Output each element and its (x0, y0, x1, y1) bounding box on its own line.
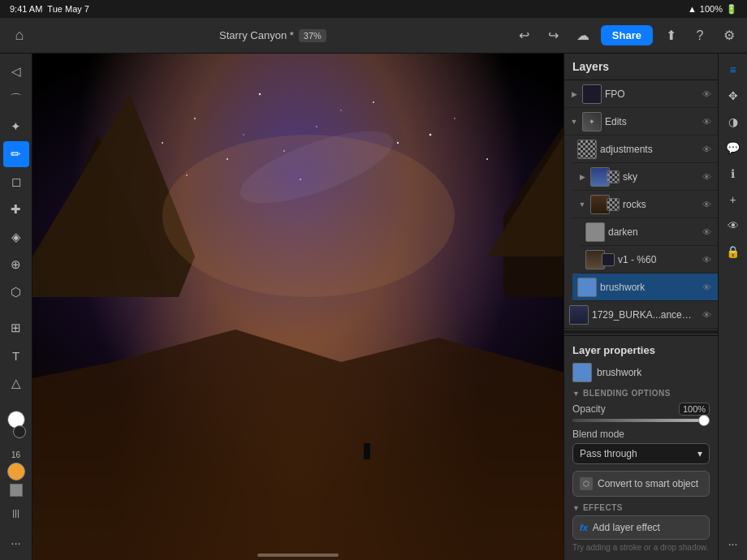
info-icon-button[interactable]: ℹ (722, 162, 745, 185)
visibility-icon[interactable]: 👁 (700, 198, 713, 211)
layers-panel: Layers ▶ FPO 👁 ▼ ✦ Edits 👁 (564, 54, 718, 335)
more-tools-button[interactable]: ··· (3, 529, 29, 555)
effects-hint-text: Try adding a stroke or a drop shadow. (572, 543, 710, 552)
opacity-slider-thumb[interactable] (698, 415, 710, 426)
layer-name: sky (623, 171, 697, 183)
layer-name: rocks (623, 199, 697, 210)
layer-thumb (577, 278, 597, 297)
blend-chevron-icon: ▼ (572, 390, 580, 398)
transform-tool[interactable]: ⊞ (3, 315, 29, 341)
main-area: ◁ ⌒ ✦ ✏ ◻ ✚ ◈ ⊕ ⬡ ⊞ T △ 16 ||| ··· (0, 54, 747, 560)
layer-mask-thumb (602, 253, 615, 266)
type-tool[interactable]: T (3, 342, 29, 368)
right-side: Layers ▶ FPO 👁 ▼ ✦ Edits 👁 (563, 54, 747, 560)
visibility-icon[interactable]: 👁 (700, 281, 713, 294)
blend-mode-select[interactable]: Pass through ▾ (572, 443, 710, 464)
lock-icon-button[interactable]: 🔒 (722, 240, 745, 263)
shape-tool[interactable]: △ (3, 370, 29, 396)
visibility-icon[interactable]: 👁 (700, 253, 713, 266)
layer-item[interactable]: ▶ FPO 👁 (564, 80, 718, 108)
select-tool[interactable]: ◁ (3, 58, 29, 84)
clone-tool[interactable]: ◈ (3, 224, 29, 250)
layers-divider (564, 330, 718, 334)
add-effect-label: Add layer effect (593, 522, 660, 533)
home-button[interactable]: ⌂ (6, 23, 32, 49)
blend-mode-value: Pass through (580, 448, 637, 459)
layer-name: FPO (605, 88, 697, 100)
properties-title: Layer properties (572, 344, 710, 356)
more-icon-button[interactable]: ··· (722, 532, 745, 555)
visibility-icon[interactable]: 👁 (700, 88, 713, 101)
status-date: Tue May 7 (47, 4, 89, 14)
visibility-icon[interactable]: 👁 (700, 170, 713, 183)
properties-layer-thumb (572, 363, 592, 382)
share-button[interactable]: Share (601, 25, 653, 45)
undo-button[interactable]: ↩ (513, 24, 536, 47)
export-button[interactable]: ⬆ (659, 24, 682, 47)
right-panel: Layers ▶ FPO 👁 ▼ ✦ Edits 👁 (563, 54, 718, 560)
opacity-row: Opacity (572, 403, 710, 416)
layer-mask-thumb (607, 170, 620, 183)
layer-name: brushwork (600, 282, 697, 293)
left-toolbar: ◁ ⌒ ✦ ✏ ◻ ✚ ◈ ⊕ ⬡ ⊞ T △ 16 ||| ··· (0, 54, 32, 560)
comment-icon-button[interactable]: 💬 (722, 136, 745, 159)
settings-button[interactable]: ⚙ (718, 24, 741, 47)
layers-icon-button[interactable]: ≡ (722, 58, 745, 81)
doc-title-area: Starry Canyon * 37% (37, 29, 508, 42)
background-color[interactable] (13, 425, 26, 438)
canvas-area[interactable] (32, 54, 563, 560)
home-indicator (257, 554, 339, 557)
add-icon-button[interactable]: + (722, 188, 745, 211)
canvas-image (32, 54, 563, 560)
redo-button[interactable]: ↪ (542, 24, 565, 47)
layers-title: Layers (572, 60, 609, 73)
blending-options-label: BLENDING OPTIONS (583, 389, 671, 398)
magic-wand-tool[interactable]: ✦ (3, 114, 29, 140)
toolbar-actions: ↩ ↪ ☁ Share ⬆ ? ⚙ (513, 24, 741, 47)
adjust-brush-button[interactable]: ||| (3, 500, 29, 526)
effects-chevron-icon: ▼ (572, 504, 580, 512)
layer-name: adjustments (600, 144, 697, 155)
layer-item[interactable]: ▼ rocks 👁 (572, 191, 718, 218)
layer-item[interactable]: v1 - %60 👁 (581, 246, 718, 274)
layer-thumb (582, 84, 602, 104)
layer-item[interactable]: 1729_BURKA...anced-NR33 👁 (564, 301, 718, 329)
status-bar: 9:41 AM Tue May 7 ▲ 100% 🔋 (0, 0, 747, 18)
blend-mode-label: Blend mode (572, 429, 710, 440)
properties-layer-name: brushwork (597, 367, 641, 378)
cloud-button[interactable]: ☁ (572, 24, 594, 47)
add-layer-effect-button[interactable]: fx Add layer effect (572, 515, 710, 540)
layer-item[interactable]: ▼ ✦ Edits 👁 (564, 108, 718, 136)
properties-title-text: Layer properties (572, 344, 655, 356)
eraser-tool[interactable]: ◻ (3, 169, 29, 195)
blending-options-header[interactable]: ▼ BLENDING OPTIONS (572, 389, 710, 398)
visibility-icon[interactable]: 👁 (700, 143, 713, 156)
layer-item-brushwork[interactable]: brushwork 👁 (572, 274, 718, 301)
opacity-slider-track[interactable] (572, 419, 710, 422)
visibility-icon[interactable]: 👁 (700, 308, 713, 321)
help-button[interactable]: ? (689, 24, 711, 47)
zoom-level[interactable]: 37% (299, 29, 326, 42)
healing-tool[interactable]: ✚ (3, 196, 29, 222)
lasso-tool[interactable]: ⌒ (3, 86, 29, 112)
eye-icon-button[interactable]: 👁 (722, 214, 745, 237)
adjust-icon-button[interactable]: ◑ (722, 110, 745, 133)
visibility-icon[interactable]: 👁 (700, 115, 713, 128)
opacity-input[interactable] (679, 403, 710, 416)
convert-to-smart-object-button[interactable]: ⬡ Convert to smart object (572, 471, 710, 497)
layer-item[interactable]: ▶ sky 👁 (572, 163, 718, 191)
fill-tool[interactable]: ⬡ (3, 279, 29, 305)
expand-icon: ▶ (577, 172, 587, 182)
brush-tool[interactable]: ✏ (3, 141, 29, 167)
effects-section: ▼ EFFECTS fx Add layer effect Try adding… (572, 503, 710, 552)
move-icon-button[interactable]: ✥ (722, 84, 745, 107)
visibility-icon[interactable]: 👁 (700, 226, 713, 239)
layer-item[interactable]: darken 👁 (581, 218, 718, 246)
layer-item[interactable]: adjustments 👁 (572, 136, 718, 163)
eyedropper-tool[interactable]: ⊕ (3, 252, 29, 278)
convert-icon: ⬡ (580, 477, 593, 490)
battery-label: 100% (700, 4, 723, 14)
layer-name: 1729_BURKA...anced-NR33 (592, 309, 697, 321)
effects-header[interactable]: ▼ EFFECTS (572, 503, 710, 512)
convert-button-label: Convert to smart object (598, 478, 698, 489)
